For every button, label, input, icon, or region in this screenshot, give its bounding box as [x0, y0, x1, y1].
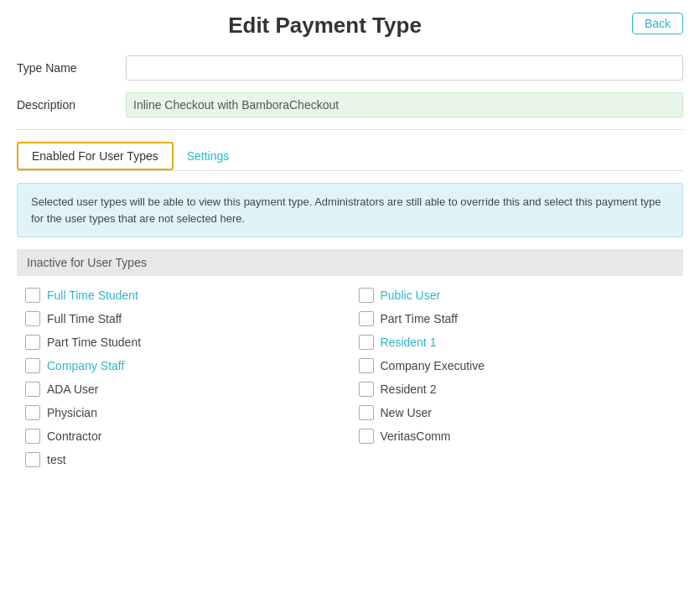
list-item: Resident 1 — [359, 335, 676, 350]
label-full-time-student[interactable]: Full Time Student — [47, 289, 138, 302]
label-veritascomm[interactable]: VeritasComm — [381, 429, 451, 443]
checkbox-part-time-staff[interactable] — [359, 311, 374, 326]
list-item: Full Time Student — [25, 288, 342, 303]
info-box: Selected user types will be able to view… — [17, 183, 683, 237]
checkbox-contractor[interactable] — [25, 429, 40, 444]
checkbox-physician[interactable] — [25, 405, 40, 420]
list-item: Part Time Student — [25, 335, 342, 350]
checkbox-ada-user[interactable] — [25, 382, 40, 397]
divider-1 — [17, 129, 683, 130]
list-item: Part Time Staff — [359, 311, 676, 326]
tabs-row: Enabled For User Types Settings — [17, 142, 683, 171]
label-company-executive[interactable]: Company Executive — [381, 359, 485, 372]
label-full-time-staff[interactable]: Full Time Staff — [47, 312, 122, 325]
tab-enabled-for-user-types[interactable]: Enabled For User Types — [17, 142, 174, 170]
checkbox-company-staff[interactable] — [25, 358, 40, 373]
label-resident-2[interactable]: Resident 2 — [381, 382, 437, 396]
page-container: Edit Payment Type Back Type Name Descrip… — [0, 0, 700, 480]
type-name-label: Type Name — [17, 61, 126, 75]
list-item: Company Staff — [25, 358, 342, 373]
list-item: Contractor — [25, 429, 342, 444]
list-item: test — [25, 452, 342, 467]
checkbox-part-time-student[interactable] — [25, 335, 40, 350]
checkbox-public-user[interactable] — [359, 288, 374, 303]
description-label: Description — [17, 98, 126, 112]
label-resident-1[interactable]: Resident 1 — [381, 336, 437, 349]
label-part-time-staff[interactable]: Part Time Staff — [381, 312, 458, 325]
list-item: Public User — [359, 288, 676, 303]
list-item: New User — [359, 405, 676, 420]
label-contractor[interactable]: Contractor — [47, 429, 101, 443]
type-name-input[interactable] — [126, 55, 683, 81]
label-ada-user[interactable]: ADA User — [47, 382, 98, 396]
description-value: Inline Checkout with BamboraCheckout — [126, 92, 683, 117]
list-item: VeritasComm — [359, 429, 676, 444]
checkbox-veritascomm[interactable] — [359, 429, 374, 444]
type-name-row: Type Name — [17, 55, 683, 81]
user-types-grid: Full Time Student Public User Full Time … — [17, 288, 683, 467]
label-part-time-student[interactable]: Part Time Student — [47, 336, 141, 349]
tab-settings[interactable]: Settings — [174, 143, 243, 169]
checkbox-full-time-student[interactable] — [25, 288, 40, 303]
list-item: Full Time Staff — [25, 311, 342, 326]
description-row: Description Inline Checkout with Bambora… — [17, 92, 683, 117]
label-company-staff[interactable]: Company Staff — [47, 359, 124, 372]
section-header: Inactive for User Types — [17, 249, 683, 276]
list-item: Company Executive — [359, 358, 676, 373]
label-test[interactable]: test — [47, 453, 66, 466]
checkbox-resident-2[interactable] — [359, 382, 374, 397]
label-public-user[interactable]: Public User — [381, 289, 441, 302]
list-item: Resident 2 — [359, 382, 676, 397]
label-new-user[interactable]: New User — [381, 406, 432, 419]
checkbox-test[interactable] — [25, 452, 40, 467]
label-physician[interactable]: Physician — [47, 406, 97, 419]
page-title: Edit Payment Type — [17, 13, 683, 39]
checkbox-resident-1[interactable] — [359, 335, 374, 350]
checkbox-company-executive[interactable] — [359, 358, 374, 373]
list-item: Physician — [25, 405, 342, 420]
list-item: ADA User — [25, 382, 342, 397]
back-button[interactable]: Back — [632, 13, 683, 34]
checkbox-new-user[interactable] — [359, 405, 374, 420]
checkbox-full-time-staff[interactable] — [25, 311, 40, 326]
